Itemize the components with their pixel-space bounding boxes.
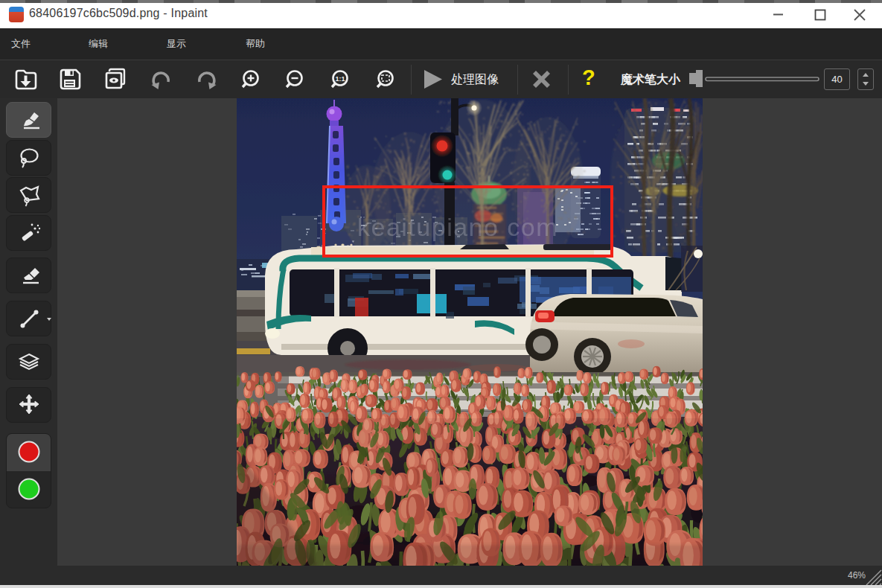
svg-text:keaitupiano com: keaitupiano com bbox=[357, 213, 558, 241]
svg-text:1:1: 1:1 bbox=[335, 75, 345, 83]
